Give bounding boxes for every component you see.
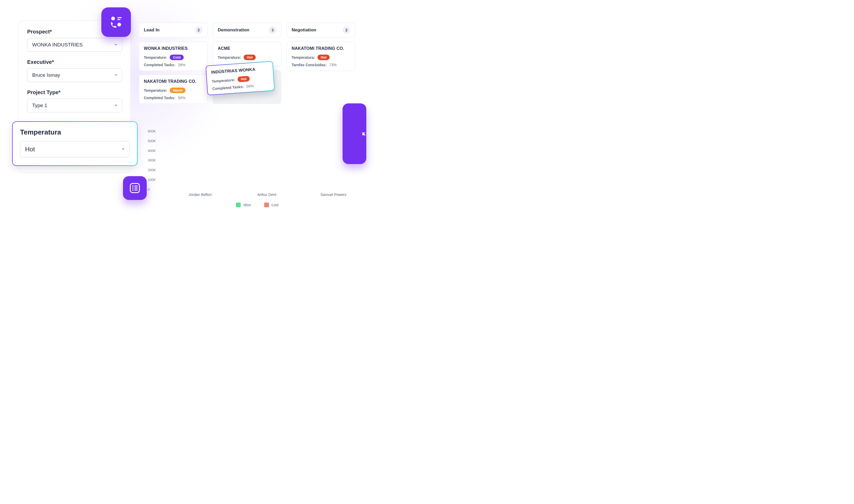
project-type-value: Type 1: [32, 103, 47, 108]
temperature-pill: Cold: [170, 55, 184, 60]
y-tick: 500K: [148, 139, 156, 143]
y-tick: 200K: [148, 168, 156, 172]
completed-key: Completed Tasks:: [144, 96, 175, 100]
column-header[interactable]: Demonstration 3: [213, 23, 281, 37]
temperature-label: Temperatura: [20, 128, 129, 136]
completed-key: Tarefas Concluídas:: [292, 63, 327, 67]
card-company: NAKATOMI TRADING CO.: [292, 46, 350, 51]
card-company: INDÚSTRIAS WONKA: [211, 66, 268, 75]
pipeline-column-lead-in: Lead In 2 WONKA INDUSTRIES Temperature: …: [139, 23, 207, 108]
column-header[interactable]: Negotiation 2: [286, 23, 355, 37]
temperature-select[interactable]: Hot: [20, 141, 129, 158]
completed-value: 50%: [178, 96, 186, 100]
x-label: Arthur Dent: [240, 193, 293, 197]
svg-rect-2: [118, 19, 121, 20]
chevron-down-icon: [115, 105, 117, 106]
svg-point-3: [118, 23, 121, 26]
temperature-key: Temperature:: [144, 88, 167, 93]
list-icon: [123, 176, 147, 200]
temperature-pill: Hot: [238, 76, 250, 82]
svg-point-7: [132, 187, 134, 189]
column-count: 2: [343, 26, 350, 34]
project-type-select[interactable]: Type 1: [27, 98, 122, 112]
column-count: 2: [195, 26, 203, 34]
chevron-down-icon: [122, 148, 125, 150]
chart-legend: Won Lost: [148, 202, 367, 207]
chart-icon: [343, 103, 366, 164]
card-company: ACME: [218, 46, 276, 51]
completed-key: Completed Tasks:: [212, 84, 244, 91]
pipeline-card[interactable]: WONKA INDUSTRIES Temperature: Cold Compl…: [139, 42, 207, 71]
floating-card[interactable]: INDÚSTRIAS WONKA Temperature: Hot Comple…: [205, 61, 275, 95]
svg-rect-1: [118, 17, 122, 18]
column-title: Demonstration: [218, 28, 249, 33]
svg-rect-6: [134, 186, 138, 186]
column-header[interactable]: Lead In 2: [139, 23, 207, 37]
temperature-key: Temperature:: [218, 55, 241, 60]
chevron-down-icon: [115, 74, 117, 76]
completed-value: 28%: [178, 63, 186, 67]
y-tick: 600K: [148, 129, 156, 133]
svg-point-5: [132, 185, 134, 187]
legend-swatch-lost: [264, 202, 269, 207]
prospect-select[interactable]: WONKA INDUSTRIES: [27, 38, 122, 52]
card-company: WONKA INDUSTRIES: [144, 46, 203, 51]
y-tick: 400K: [148, 148, 156, 152]
svg-rect-10: [134, 190, 138, 191]
svg-rect-8: [134, 187, 138, 188]
completed-value: 73%: [329, 63, 337, 67]
pipeline-card[interactable]: NAKATOMI TRADING CO. Temperature: Warm C…: [139, 75, 207, 104]
temperature-key: Temperature:: [144, 55, 167, 60]
y-tick: 300K: [148, 158, 156, 162]
temperature-key: Temperatura:: [292, 55, 315, 60]
completed-key: Completed Tasks:: [144, 63, 175, 67]
prospect-value: WONKA INDUSTRIES: [32, 42, 83, 48]
column-title: Lead In: [144, 28, 160, 33]
svg-point-9: [132, 190, 134, 191]
svg-point-0: [111, 17, 115, 20]
pipeline-card[interactable]: NAKATOMI TRADING CO. Temperatura: Hot Ta…: [286, 42, 355, 71]
temperature-key: Temperature:: [212, 77, 235, 83]
column-title: Negotiation: [292, 28, 316, 33]
card-company: NAKATOMI TRADING CO.: [144, 79, 203, 84]
y-tick: 100K: [148, 178, 156, 181]
executive-select[interactable]: Bruce Ismay: [27, 68, 122, 82]
completed-value: 56%: [246, 84, 254, 88]
pipeline-column-negotiation: Negotiation 2 NAKATOMI TRADING CO. Tempe…: [286, 23, 355, 108]
x-label: Samuel Powers: [307, 193, 360, 197]
x-label: Jordan Belfort: [174, 193, 226, 197]
temperature-pill: Hot: [317, 55, 330, 60]
chevron-down-icon: [115, 44, 117, 46]
column-count: 3: [269, 26, 276, 34]
legend-swatch-won: [236, 202, 241, 207]
legend-label-lost: Lost: [272, 203, 278, 207]
executive-value: Bruce Ismay: [32, 72, 60, 78]
temperature-value: Hot: [25, 146, 35, 153]
bar-chart: 600K 500K 400K 300K 200K 100K 0 Jordan B…: [148, 129, 367, 207]
project-type-label: Project Type*: [27, 89, 122, 95]
executive-label: Executive*: [27, 59, 122, 65]
legend-label-won: Won: [243, 203, 251, 207]
y-tick: 0: [148, 187, 150, 191]
contacts-icon: [101, 7, 131, 37]
temperature-pill: Hot: [244, 55, 256, 60]
temperature-panel: Temperatura Hot: [12, 121, 138, 166]
temperature-pill: Warm: [170, 88, 186, 93]
